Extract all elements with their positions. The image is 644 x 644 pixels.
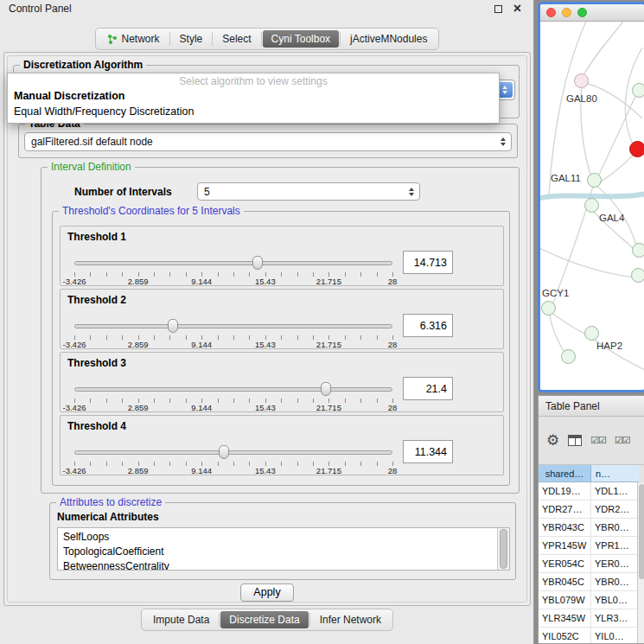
list-item[interactable]: TopologicalCoefficient xyxy=(58,545,509,559)
table-row[interactable]: YER054C YER0… xyxy=(539,555,639,573)
cell-shared-name[interactable]: YBR043C xyxy=(539,519,591,536)
network-node[interactable] xyxy=(631,268,644,283)
table-row[interactable]: YBL079W YBL0… xyxy=(539,591,639,609)
cell-name[interactable]: YIL0… xyxy=(591,628,639,644)
slider-track[interactable] xyxy=(74,324,392,328)
network-node-highlighted[interactable] xyxy=(629,141,644,157)
table-row[interactable]: YDR27… YDR2… xyxy=(539,501,639,519)
scale-label: 15.43 xyxy=(255,340,276,349)
tab-discretize-data[interactable]: Discretize Data xyxy=(220,611,308,628)
node-label: GAL80 xyxy=(566,93,597,104)
table-scrollbar[interactable] xyxy=(637,482,644,643)
dropdown-option-manual-discretization[interactable]: Manual Discretization xyxy=(8,88,499,104)
scale-label: 21.715 xyxy=(316,403,341,412)
cell-shared-name[interactable]: YLR345W xyxy=(539,609,591,627)
table-row[interactable]: YBR045C YBR0… xyxy=(539,573,639,591)
gear-icon[interactable]: ⚙ xyxy=(546,433,559,448)
minimize-traffic-light[interactable] xyxy=(562,8,571,17)
scale-label: 9.144 xyxy=(191,466,212,475)
list-item[interactable]: BetweennessCentrality xyxy=(58,559,509,571)
threshold-slider[interactable] xyxy=(74,445,392,459)
cell-shared-name[interactable]: YDR27… xyxy=(539,501,591,518)
column-header-name[interactable]: n… xyxy=(591,465,639,481)
close-traffic-light[interactable] xyxy=(546,8,556,17)
network-node[interactable] xyxy=(632,83,644,98)
cell-name[interactable]: YLR3… xyxy=(591,609,639,627)
close-icon[interactable]: × xyxy=(513,4,521,13)
cell-shared-name[interactable]: YBR045C xyxy=(539,573,591,590)
cell-name[interactable]: YDR2… xyxy=(591,501,639,518)
tab-select[interactable]: Select xyxy=(214,30,259,48)
table-row[interactable]: YPR145W YPR1… xyxy=(539,537,639,555)
network-node[interactable] xyxy=(632,243,644,258)
cell-shared-name[interactable]: YPR145W xyxy=(539,537,591,554)
tab-infer-network[interactable]: Infer Network xyxy=(311,611,390,628)
node-label: GCY1 xyxy=(542,288,569,298)
threshold-value-field[interactable]: 11.344 xyxy=(403,440,453,463)
control-panel-titlebar[interactable]: Control Panel × xyxy=(0,0,533,17)
network-window-titlebar[interactable] xyxy=(540,4,644,22)
tab-jactivemnodules[interactable]: jActiveMNodules xyxy=(341,30,436,48)
filter-rows-icon[interactable]: ☑☑ xyxy=(615,435,630,446)
table-row[interactable]: YBR043C YBR0… xyxy=(539,519,639,537)
network-canvas[interactable]: GAL80 GAL11 GAL4 GCY1 HAP2 xyxy=(540,22,644,390)
tab-style[interactable]: Style xyxy=(171,30,212,48)
cell-name[interactable]: YPR1… xyxy=(591,537,639,554)
threshold-value-field[interactable]: 14.713 xyxy=(403,251,453,274)
table-row[interactable]: YIL052C YIL0… xyxy=(539,628,639,644)
float-window-icon[interactable] xyxy=(494,5,502,13)
threshold-value-field[interactable]: 21.4 xyxy=(403,377,453,400)
network-node[interactable] xyxy=(541,301,556,316)
dropdown-option-equal-width-frequency[interactable]: Equal Width/Frequency Discretization xyxy=(8,104,499,119)
tab-impute-data[interactable]: Impute Data xyxy=(144,611,218,628)
cell-name[interactable]: YBR0… xyxy=(591,519,639,536)
columns-icon[interactable] xyxy=(568,435,582,446)
slider-thumb[interactable] xyxy=(252,256,263,270)
network-node[interactable] xyxy=(561,349,576,364)
network-node[interactable] xyxy=(584,198,599,213)
network-node[interactable] xyxy=(587,173,602,188)
table-body: YDL19… YDL1… YDR27… YDR2… YBR043C YBR0… … xyxy=(539,482,639,643)
apply-button[interactable]: Apply xyxy=(240,583,294,602)
cell-shared-name[interactable]: YIL052C xyxy=(539,628,591,644)
cell-name[interactable]: YBL0… xyxy=(591,591,639,609)
scrollbar-thumb[interactable] xyxy=(500,529,507,569)
top-tabstrip: Network Style Select Cyni Toolbox jActiv… xyxy=(0,28,534,50)
network-node[interactable] xyxy=(584,326,599,341)
column-header-shared-name[interactable]: shared… xyxy=(539,465,591,481)
threshold-slider[interactable] xyxy=(74,382,392,396)
table-data-group: Table Data galFiltered.sif default node xyxy=(18,124,518,158)
tab-network[interactable]: Network xyxy=(99,30,169,48)
number-of-intervals-combobox[interactable]: 5 xyxy=(197,182,420,201)
list-scrollbar[interactable] xyxy=(497,528,509,570)
cell-name[interactable]: YER0… xyxy=(591,555,639,572)
threshold-slider[interactable] xyxy=(74,256,392,270)
threshold-panel: Threshold 2 -3.426 2.859 9.144 15.43 21.… xyxy=(60,289,504,349)
attributes-list[interactable]: SelfLoops TopologicalCoefficient Between… xyxy=(57,527,510,571)
table-data-combobox[interactable]: galFiltered.sif default node xyxy=(24,132,512,151)
slider-thumb[interactable] xyxy=(321,382,331,396)
table-row[interactable]: YDL19… YDL1… xyxy=(539,482,639,501)
tab-cyni-toolbox[interactable]: Cyni Toolbox xyxy=(263,30,339,48)
cell-shared-name[interactable]: YDL19… xyxy=(539,482,591,500)
threshold-slider[interactable] xyxy=(74,319,392,333)
list-item[interactable]: SelfLoops xyxy=(58,530,509,545)
scrollbar-thumb[interactable] xyxy=(639,484,644,579)
select-columns-icon[interactable]: ☑☑ xyxy=(590,435,606,446)
cell-name[interactable]: YBR0… xyxy=(591,573,639,590)
cell-name[interactable]: YDL1… xyxy=(591,482,639,500)
network-node[interactable] xyxy=(574,73,589,88)
slider-track[interactable] xyxy=(74,450,392,455)
scale-label: 2.859 xyxy=(128,466,149,475)
cell-shared-name[interactable]: YER054C xyxy=(539,555,591,572)
zoom-traffic-light[interactable] xyxy=(577,8,587,17)
slider-thumb[interactable] xyxy=(168,319,178,333)
tabbar: Network Style Select Cyni Toolbox jActiv… xyxy=(95,28,440,50)
table-panel-titlebar[interactable]: Table Panel xyxy=(539,396,644,417)
slider-track[interactable] xyxy=(74,387,392,392)
cell-shared-name[interactable]: YBL079W xyxy=(539,591,591,609)
slider-thumb[interactable] xyxy=(219,445,229,459)
table-row[interactable]: YLR345W YLR3… xyxy=(539,609,639,628)
slider-track[interactable] xyxy=(74,261,392,265)
threshold-value-field[interactable]: 6.316 xyxy=(403,314,453,337)
